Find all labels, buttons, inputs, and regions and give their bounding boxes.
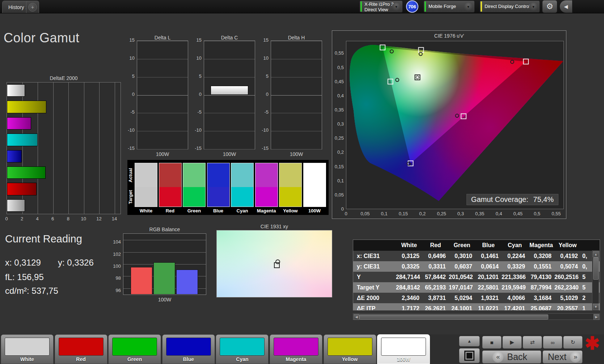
table-row-1: x: CIE310,31250,64960,30100,14610,22440,…: [353, 251, 600, 261]
pattern-window-up-button[interactable]: ▲: [459, 336, 480, 347]
collapse-panel-button[interactable]: ◀: [559, 0, 573, 13]
table-cell-clipped: 2: [581, 295, 592, 301]
display-control-status-stripe: [481, 1, 482, 12]
swatch-column-green: Green: [183, 163, 206, 213]
table-cell: 197,0147: [449, 284, 475, 291]
delta-h-title: Delta H: [271, 35, 322, 41]
scroll-down-icon[interactable]: ▼: [593, 304, 599, 310]
refresh-button[interactable]: ↻: [563, 336, 583, 349]
delta-l-ytick: 5: [132, 73, 135, 79]
cie1976-xtick: 0,35: [475, 211, 484, 216]
gridline: [137, 131, 188, 131]
table-cell: 219,5949: [502, 284, 528, 291]
scroll-right-icon[interactable]: ▶: [594, 314, 599, 320]
patch-swatch-cyan: [220, 338, 265, 356]
swatch-actual-magenta: [255, 163, 278, 187]
cie1976-ytick: 0,4: [337, 93, 344, 98]
table-hscroll-thumb[interactable]: [359, 314, 548, 319]
settings-button[interactable]: ⚙: [542, 0, 557, 13]
patch-button-magenta[interactable]: Magenta: [270, 334, 322, 364]
swatch-pair: [159, 163, 182, 207]
table-cell: 0,3010: [449, 253, 475, 259]
table-cell: 260,2516: [554, 274, 581, 280]
continuous-button[interactable]: ∞: [543, 336, 562, 349]
table-vscroll-thumb[interactable]: [593, 257, 599, 280]
swatch-pair: [135, 163, 157, 207]
cie1976-ytick: 0,15: [335, 164, 344, 169]
deltae-xtick: 0: [5, 216, 8, 221]
rgb-balance-chart: RGB Balance 1041021009896 100W: [109, 227, 208, 305]
table-cell: 24,1001: [449, 305, 475, 311]
patch-button-yellow[interactable]: Yellow: [324, 334, 376, 364]
chevron-left-icon: «: [493, 352, 503, 363]
table-header-row: WhiteRedGreenBlueCyanMagentaYellow: [353, 240, 600, 251]
table-row-4: Target Y284,814265,2193197,014722,580121…: [353, 282, 600, 293]
gamut-coverage: Gamut Coverage: 75,4%: [466, 194, 558, 205]
rgb-bar-blue: [176, 270, 198, 295]
table-row-6: ΔE ITP1,717226,262124,100111,022117,4201…: [353, 303, 600, 310]
gridline: [123, 240, 206, 240]
patch-swatch-blue: [166, 338, 211, 356]
cie1931-target-marker: [274, 262, 280, 268]
cie1976-xtick: 0,05: [360, 211, 369, 216]
swatch-label: Blue: [207, 208, 230, 213]
patch-button-100w[interactable]: 100W: [377, 334, 430, 364]
gridline: [271, 131, 322, 131]
gridline: [115, 82, 115, 214]
swatch-column-100w: 100W: [303, 163, 326, 213]
scroll-left-icon[interactable]: ◀: [354, 314, 359, 320]
row-label: ΔE ITP: [353, 305, 396, 311]
patch-button-green[interactable]: Green: [108, 334, 161, 364]
add-tab-button[interactable]: +: [26, 1, 39, 13]
swatch-column-magenta: Magenta: [255, 163, 278, 213]
plus-icon: +: [28, 3, 37, 12]
deltae-xticks: 02468101214: [7, 216, 121, 223]
delta-h-ytick: 15: [263, 37, 269, 43]
patch-button-blue[interactable]: Blue: [162, 334, 215, 364]
play-button[interactable]: ▶: [502, 336, 522, 349]
table-cell: 221,3366: [502, 274, 528, 280]
pattern-window-button[interactable]: [459, 348, 480, 363]
rgb-ytick: 102: [113, 251, 121, 257]
table-cell-clipped: 1: [581, 305, 592, 311]
next-button[interactable]: Next »: [542, 350, 583, 364]
delta-c-ytick: 15: [197, 37, 202, 43]
scroll-up-icon[interactable]: ▲: [593, 251, 599, 257]
meter-dropdown[interactable]: X-Rite i1Pro 3 Direct View ▼: [359, 0, 403, 13]
play-icon: ▶: [510, 339, 514, 346]
back-button[interactable]: « Back: [482, 350, 541, 364]
patch-button-white[interactable]: White: [1, 334, 54, 364]
cie1976-plot: Gamut Coverage: 75,4%: [346, 41, 564, 209]
table-row-3: Y284,714457,8442201,054220,1201221,33667…: [353, 272, 600, 282]
table-vscrollbar[interactable]: ▲ ▼: [592, 250, 599, 310]
source-dropdown[interactable]: Mobile Forge ▼: [423, 0, 475, 13]
cie1976-xtick: 0,55: [552, 211, 561, 216]
table-cell: 0,3311: [422, 263, 449, 270]
table-cell: 25,0687: [528, 305, 554, 311]
table-cell: 57,8442: [422, 274, 449, 280]
table-header-blue: Blue: [475, 242, 502, 249]
app-window: History 1 + X-Rite i1Pro 3 Direct View ▼…: [0, 0, 604, 364]
patch-label: 100W: [377, 356, 430, 362]
cie1976-xtick: 0,1: [381, 211, 388, 216]
deltae2000-title: DeltaE 2000: [7, 75, 121, 81]
gridline: [84, 82, 84, 214]
table-hscrollbar[interactable]: ◀ ▶: [353, 313, 600, 320]
swatch-row-label-target: Target: [128, 187, 134, 207]
patch-button-red[interactable]: Red: [55, 334, 107, 364]
delta-c-chart: Delta C 151050-5-10-15 100W: [190, 35, 256, 160]
patch-label: Blue: [162, 356, 215, 362]
delta-h-xlabel: 100W: [271, 151, 322, 157]
meter-name: X-Rite i1Pro 3: [364, 1, 394, 7]
swatch-target-white: [135, 187, 157, 207]
swatch-column-blue: Blue: [207, 163, 230, 213]
patch-button-cyan[interactable]: Cyan: [216, 334, 269, 364]
display-control-dropdown[interactable]: Direct Display Control ▼: [480, 0, 540, 13]
swatch-target-100w: [304, 187, 326, 207]
table-cell: 11,0221: [475, 305, 502, 311]
delta-l-ytick: 0: [132, 92, 135, 97]
gridline: [137, 77, 188, 77]
stop-button[interactable]: ■: [482, 336, 502, 349]
step-button[interactable]: ⇄: [523, 336, 542, 349]
delta-c-yticks: 151050-5-10-15: [190, 38, 203, 149]
